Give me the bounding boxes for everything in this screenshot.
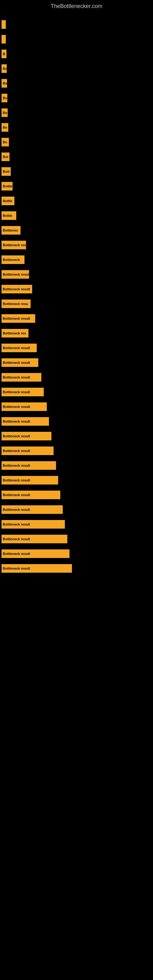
bar-label-36: Bottleneck result: [3, 537, 30, 541]
bar-label-6: Bo: [3, 96, 7, 100]
bar-label-24: Bottleneck result: [3, 361, 30, 364]
bar-row: Bottleneck result: [2, 402, 153, 411]
bar-label-38: Bottleneck result: [3, 566, 30, 570]
bar-row: B: [2, 49, 153, 58]
bar-label-34: Bottleneck result: [3, 508, 30, 511]
bar-item-12: Bottle: [2, 182, 13, 191]
bar-label-33: Bottleneck result: [3, 493, 30, 497]
bar-row: Bottleneck resu: [2, 299, 153, 308]
bar-row: Bo: [2, 108, 153, 117]
bar-row: Bo: [2, 138, 153, 146]
bar-label-22: Bottleneck res: [3, 331, 26, 335]
bar-row: Bottleneck result: [2, 549, 153, 558]
bar-item-32: Bottleneck result: [2, 476, 58, 485]
bar-item-17: Bottleneck: [2, 255, 24, 264]
bar-item-3: B: [2, 49, 6, 58]
bar-row: Bottleneck result: [2, 344, 153, 352]
bar-item-18: Bottleneck result: [2, 270, 29, 279]
bar-item-25: Bottleneck result: [2, 373, 41, 382]
bar-row: Bottle: [2, 211, 153, 220]
bar-row: Bo: [2, 123, 153, 132]
bar-item-38: Bottleneck result: [2, 564, 72, 573]
bar-item-20: Bottleneck resu: [2, 299, 30, 308]
bar-row: Bottleneck result: [2, 535, 153, 543]
bar-item-4: Bo: [2, 64, 7, 73]
bar-row: Bottleneck res: [2, 241, 153, 249]
bar-label-14: Bottle: [3, 214, 12, 218]
bar-label-16: Bottleneck res: [3, 243, 26, 247]
bar-row: Bottleneck result: [2, 564, 153, 573]
bar-row: [2, 35, 153, 43]
bar-item-27: Bottleneck result: [2, 402, 47, 411]
bar-label-8: Bo: [3, 126, 7, 129]
bar-row: Bot: [2, 153, 153, 161]
bar-row: Bottleneck result: [2, 520, 153, 528]
bar-row: Bottleneck result: [2, 270, 153, 279]
bar-label-25: Bottleneck result: [3, 375, 30, 379]
bar-row: Bottleneck: [2, 255, 153, 264]
bar-item-28: Bottleneck result: [2, 417, 49, 426]
bars-container: BBoBoBoBoBoBoBotBottBottleBottleBottleBo…: [0, 11, 153, 573]
bar-label-10: Bot: [3, 155, 8, 159]
bar-label-15: Bottlenec: [3, 229, 18, 232]
bar-item-1: [2, 20, 6, 29]
bar-item-6: Bo: [2, 94, 7, 102]
bar-item-35: Bottleneck result: [2, 520, 65, 528]
bar-item-14: Bottle: [2, 211, 16, 220]
bar-row: Bottleneck result: [2, 432, 153, 441]
bar-row: Bottle: [2, 182, 153, 191]
bar-item-26: Bottleneck result: [2, 388, 44, 396]
bar-item-31: Bottleneck result: [2, 461, 56, 470]
bar-label-9: Bo: [3, 140, 7, 144]
bar-item-33: Bottleneck result: [2, 491, 60, 499]
bar-row: Bo: [2, 64, 153, 73]
bar-item-16: Bottleneck res: [2, 241, 26, 249]
bar-label-20: Bottleneck resu: [3, 302, 28, 305]
bar-row: Bottleneck result: [2, 358, 153, 367]
bar-item-19: Bottleneck result: [2, 285, 32, 293]
bar-label-12: Bottle: [3, 185, 12, 188]
bar-row: Bottleneck result: [2, 417, 153, 426]
bar-item-9: Bo: [2, 138, 9, 146]
bar-label-19: Bottleneck result: [3, 287, 30, 291]
bar-row: [2, 20, 153, 29]
bar-row: Bottleneck result: [2, 491, 153, 499]
bar-label-35: Bottleneck result: [3, 522, 30, 526]
bar-row: Bott: [2, 167, 153, 176]
bar-label-17: Bottleneck: [3, 258, 20, 261]
bar-row: Bottleneck res: [2, 329, 153, 337]
bar-label-4: Bo: [3, 67, 7, 70]
bar-label-5: Bo: [3, 81, 7, 85]
bar-label-30: Bottleneck result: [3, 449, 30, 453]
bar-item-11: Bott: [2, 167, 11, 176]
bar-label-7: Bo: [3, 111, 7, 115]
bar-row: Bottleneck result: [2, 314, 153, 323]
bar-row: Bottleneck result: [2, 461, 153, 470]
bar-item-22: Bottleneck res: [2, 329, 29, 337]
bar-row: Bottlenec: [2, 226, 153, 235]
bar-row: Bo: [2, 94, 153, 102]
bar-item-29: Bottleneck result: [2, 432, 51, 441]
bar-item-8: Bo: [2, 123, 8, 132]
bar-label-28: Bottleneck result: [3, 420, 30, 423]
bar-item-36: Bottleneck result: [2, 535, 67, 543]
bar-row: Bottleneck result: [2, 388, 153, 396]
bar-row: Bottleneck result: [2, 285, 153, 293]
bar-row: Bottleneck result: [2, 373, 153, 382]
bar-label-26: Bottleneck result: [3, 390, 30, 394]
bar-row: Bo: [2, 79, 153, 88]
bar-row: Bottleneck result: [2, 447, 153, 455]
bar-item-21: Bottleneck result: [2, 314, 35, 323]
bar-row: Bottle: [2, 197, 153, 205]
bar-item-24: Bottleneck result: [2, 358, 38, 367]
bar-item-34: Bottleneck result: [2, 505, 63, 514]
bar-label-37: Bottleneck result: [3, 552, 30, 555]
bar-item-2: [2, 35, 6, 43]
bar-item-37: Bottleneck result: [2, 549, 70, 558]
bar-label-21: Bottleneck result: [3, 317, 30, 320]
bar-label-3: B: [3, 52, 5, 56]
bar-label-27: Bottleneck result: [3, 405, 30, 409]
bar-label-29: Bottleneck result: [3, 434, 30, 438]
bar-item-10: Bot: [2, 153, 10, 161]
bar-item-13: Bottle: [2, 197, 14, 205]
